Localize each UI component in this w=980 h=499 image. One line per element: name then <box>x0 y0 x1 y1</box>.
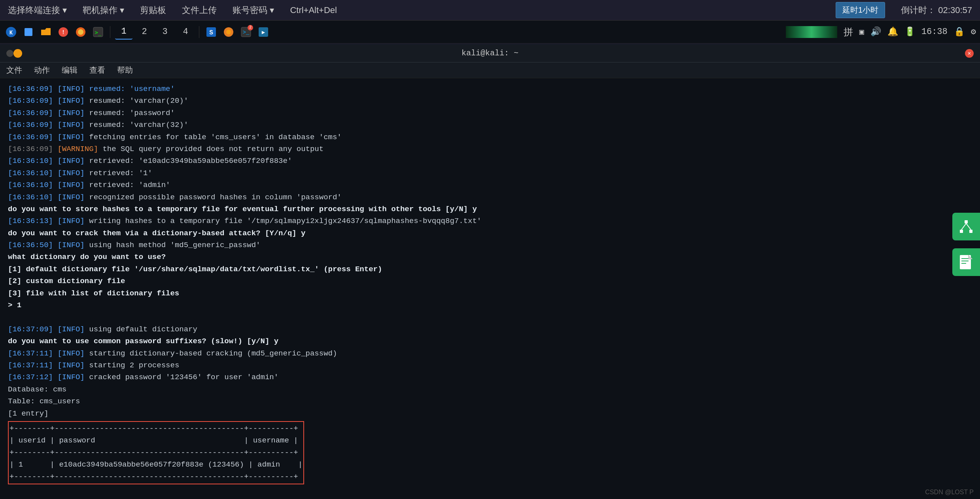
sound-icon[interactable]: 🔊 <box>870 26 881 37</box>
svg-text:!: ! <box>62 29 65 36</box>
term-line <box>8 486 972 498</box>
tab-3[interactable]: 3 <box>156 25 174 40</box>
term-line: [16:36:13] [INFO] writing hashes to a te… <box>8 215 972 227</box>
pin-icon: 拼 <box>844 26 853 38</box>
term-line: [16:37:11] [INFO] starting dictionary-ba… <box>8 348 972 359</box>
taskbar-icon-orange-fox[interactable] <box>221 25 236 39</box>
svg-text:>_: >_ <box>95 29 102 36</box>
term-line: do you want to store hashes to a tempora… <box>8 203 972 215</box>
term-line: what dictionary do you want to use? <box>8 251 972 263</box>
menu-target-ops[interactable]: 靶机操作 ▾ <box>83 4 124 16</box>
taskbar-icon-square[interactable] <box>21 25 36 39</box>
taskbar-icon-blue-arrow[interactable]: ▶ <box>256 25 271 39</box>
table-header: | userid | password | username | <box>9 435 303 446</box>
tab-1[interactable]: 1 <box>115 25 132 40</box>
menu-action[interactable]: 动作 <box>34 65 50 76</box>
result-table: +--------+------------------------------… <box>8 421 304 484</box>
term-line: [16:36:09] [INFO] resumed: 'varchar(32)' <box>8 119 972 131</box>
taskbar-icon-kali[interactable]: K <box>4 25 18 39</box>
minimize-button[interactable] <box>6 50 13 57</box>
svg-rect-17 <box>965 220 968 223</box>
term-line: [16:36:09] [INFO] resumed: 'password' <box>8 107 972 119</box>
table-border-top: +--------+------------------------------… <box>9 423 303 435</box>
tab-4[interactable]: 4 <box>177 25 194 40</box>
svg-rect-2 <box>25 28 32 36</box>
network-graph <box>786 26 837 38</box>
taskbar-separator-2 <box>199 26 199 38</box>
taskbar-icon-folder[interactable] <box>39 25 53 39</box>
term-line: [16:36:09] [INFO] resumed: 'username' <box>8 83 972 95</box>
maximize-button[interactable] <box>13 49 22 58</box>
menu-file-upload[interactable]: 文件上传 <box>182 4 217 16</box>
layout-icon: ▣ <box>859 27 864 37</box>
term-line: [16:36:10] [INFO] retrieved: 'admin' <box>8 179 972 191</box>
svg-text:S: S <box>209 29 213 36</box>
svg-point-12 <box>226 30 231 34</box>
taskbar-icon-red[interactable]: ! <box>56 25 70 39</box>
svg-line-20 <box>961 223 966 230</box>
terminal-window: kali@kali: ~ ✕ 文件 动作 编辑 查看 帮助 [16:36:09]… <box>0 44 980 499</box>
terminal-menu: 文件 动作 编辑 查看 帮助 <box>0 62 980 78</box>
term-line: Table: cms_users <box>8 395 972 407</box>
menu-terminal-connect[interactable]: 选择终端连接 ▾ <box>8 4 67 16</box>
battery-icon: 🔋 <box>904 26 915 37</box>
term-line: [16:36:10] [INFO] retrieved: '1' <box>8 167 972 179</box>
taskbar: K ! >_ 1 2 3 4 S >_ 2 ▶ 拼 ▣ 🔊 🔔 🔋 16: <box>0 21 980 43</box>
taskbar-separator-1 <box>110 26 110 38</box>
terminal-titlebar: kali@kali: ~ ✕ <box>0 44 980 62</box>
svg-text:▶: ▶ <box>262 29 265 36</box>
menu-clipboard[interactable]: 剪贴板 <box>140 4 166 16</box>
side-document-button[interactable] <box>952 248 980 276</box>
gear-icon[interactable]: ⚙ <box>971 26 976 37</box>
term-line: [3] file with list of dictionary files <box>8 287 972 299</box>
table-row: | 1 | e10adc3949ba59abbe56e057f20f883e (… <box>9 459 303 471</box>
top-menubar: 选择终端连接 ▾ 靶机操作 ▾ 剪贴板 文件上传 账号密码 ▾ Ctrl+Alt… <box>0 0 980 21</box>
terminal-title: kali@kali: ~ <box>462 49 518 58</box>
term-line: [16:36:09] [INFO] fetching entries for t… <box>8 131 972 143</box>
term-line: [16:36:09] [INFO] resumed: 'varchar(20)' <box>8 95 972 107</box>
terminal-content[interactable]: [16:36:09] [INFO] resumed: 'username' [1… <box>0 78 980 499</box>
svg-rect-19 <box>969 230 972 233</box>
term-line: [1 entry] <box>8 408 972 420</box>
term-line: Database: cms <box>8 384 972 395</box>
countdown-display: 倒计时： 02:30:57 <box>901 4 972 16</box>
svg-rect-18 <box>960 230 963 233</box>
menu-help[interactable]: 帮助 <box>117 65 133 76</box>
taskbar-right: 拼 ▣ 🔊 🔔 🔋 16:38 🔒 ⚙ <box>786 26 976 38</box>
clock-display: 16:38 <box>921 27 948 37</box>
menu-file[interactable]: 文件 <box>6 65 22 76</box>
tab-2[interactable]: 2 <box>136 25 153 40</box>
term-line: [16:37:12] [INFO] cracked password '1234… <box>8 371 972 383</box>
menu-ctrl-alt-del[interactable]: Ctrl+Alt+Del <box>290 5 337 15</box>
menu-account-password[interactable]: 账号密码 ▾ <box>233 4 274 16</box>
svg-point-6 <box>78 29 83 35</box>
term-line: do you want to use common password suffi… <box>8 335 972 347</box>
svg-rect-23 <box>961 258 969 259</box>
close-button[interactable]: ✕ <box>965 49 974 58</box>
term-line: [2] custom dictionary file <box>8 275 972 287</box>
term-line: [16:37:09] [INFO] using default dictiona… <box>8 323 972 335</box>
taskbar-icon-blue-s[interactable]: S <box>204 25 218 39</box>
side-network-button[interactable] <box>952 213 980 240</box>
term-line: > 1 <box>8 299 972 311</box>
term-line <box>8 311 972 323</box>
menu-edit[interactable]: 编辑 <box>62 65 78 76</box>
bell-icon[interactable]: 🔔 <box>887 26 898 37</box>
term-line: [1] default dictionary file '/usr/share/… <box>8 263 972 275</box>
svg-line-21 <box>966 223 971 230</box>
svg-rect-24 <box>961 261 969 261</box>
table-header-sep: +--------+------------------------------… <box>9 447 303 459</box>
table-border-bottom: +--------+------------------------------… <box>9 471 303 483</box>
term-line: [16:36:09] [WARNING] the SQL query provi… <box>8 143 972 155</box>
taskbar-icon-firefox[interactable] <box>74 25 88 39</box>
watermark: CSDN @LOST P <box>925 489 974 496</box>
taskbar-icon-badge[interactable]: >_ 2 <box>239 25 253 39</box>
term-line: [16:37:11] [INFO] starting 2 processes <box>8 359 972 371</box>
term-line: [16:36:10] [INFO] recognized possible pa… <box>8 191 972 203</box>
lock-icon[interactable]: 🔒 <box>954 26 965 37</box>
term-line: do you want to crack them via a dictiona… <box>8 227 972 239</box>
delay-button[interactable]: 延时1小时 <box>836 2 885 18</box>
taskbar-icon-terminal-dropdown[interactable]: >_ <box>91 25 105 39</box>
menu-view[interactable]: 查看 <box>89 65 105 76</box>
svg-rect-25 <box>961 263 966 264</box>
